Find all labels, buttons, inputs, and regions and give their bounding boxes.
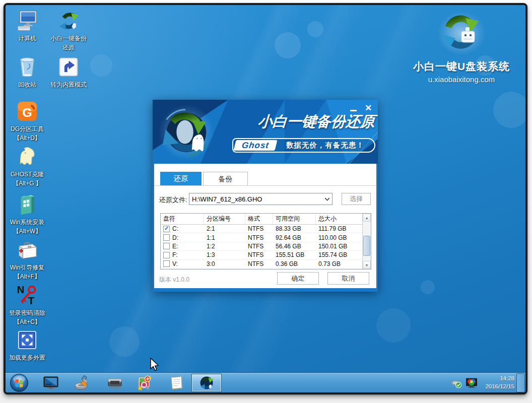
display-color-icon[interactable]	[466, 377, 478, 388]
row-checkbox[interactable]	[163, 226, 170, 232]
partition-table: 盘符 分区编号 格式 可用空间 总大小 C: 2:1 NTFS 88.33 GB…	[160, 213, 371, 270]
password-clear-icon: NT	[16, 284, 39, 307]
computer-icon	[16, 9, 39, 32]
internal-mode-icon	[57, 55, 80, 79]
tab-restore[interactable]: 还原	[160, 172, 202, 186]
ok-button[interactable]: 确定	[277, 272, 319, 285]
row-checkbox[interactable]	[163, 234, 170, 241]
ghost-badge: Ghost 数据无价，有备无患！	[232, 138, 375, 153]
taskbar-disk-cleanup-icon[interactable]	[74, 375, 90, 391]
desktop-icon-backup-restore[interactable]: 小白一键备份 还原	[47, 9, 90, 52]
row-checkbox[interactable]	[163, 252, 170, 258]
col-total: 总大小	[316, 214, 362, 224]
desktop-icon-label: DG分区工具 【Alt+D】	[11, 124, 44, 143]
taskbar-notepad-icon[interactable]	[169, 375, 185, 391]
taskbar-memory-icon[interactable]	[107, 375, 123, 391]
close-button[interactable]: ✕	[364, 104, 373, 113]
svg-text:N: N	[17, 284, 25, 295]
table-row[interactable]: V: 3:0 NTFS 0.36 GB 0.73 GB	[161, 260, 362, 268]
dialog-logo-icon	[157, 102, 216, 161]
scroll-up-icon[interactable]: ▲	[363, 214, 371, 222]
scroll-down-icon[interactable]: ▼	[363, 261, 371, 269]
restore-file-select[interactable]: H:\WIN7_612_x86.GHO	[189, 193, 332, 205]
table-row[interactable]: C: 2:1 NTFS 88.33 GB 111.79 GB	[161, 225, 362, 233]
desktop-icon-label: 回收站	[18, 80, 36, 89]
version-label: 版本 v1.0.0	[159, 276, 189, 284]
table-scrollbar[interactable]: ▲ ▼	[362, 214, 371, 269]
boot-repair-icon	[16, 238, 39, 261]
desktop-icon-win-install[interactable]: Win系统安装 【Alt+W】	[6, 193, 49, 236]
svg-text:T: T	[28, 295, 35, 306]
scrollbar-thumb[interactable]	[363, 236, 370, 256]
dialog-body: 还原 备份 还原文件: H:\WIN7_612_x86.GHO 选择 盘符 分区…	[154, 164, 376, 288]
desktop-icon-boot-repair[interactable]: Win引导修复 【Alt+F】	[6, 238, 49, 281]
desktop-icon-label: 登录密码清除 【Alt+C】	[9, 308, 45, 326]
dg-partition-icon: G	[16, 100, 39, 123]
dialog-title: 小白一键备份还原	[255, 112, 378, 132]
brand-title: 小白一键U盘装系统	[405, 59, 518, 74]
desktop-icon-ghost-clone[interactable]: GHOST克隆 【Alt+G 】	[6, 145, 49, 188]
table-header-row: 盘符 分区编号 格式 可用空间 总大小	[161, 214, 362, 225]
desktop-screen: 计算机 小白一键备份 还原 回收站 转为内置模式 G DG分区工具 【Alt+D…	[4, 3, 527, 394]
ghost-brand-chip: Ghost	[233, 140, 277, 151]
recycle-bin-icon	[16, 55, 39, 79]
chevron-down-icon[interactable]	[322, 196, 332, 202]
col-format: 格式	[245, 214, 273, 224]
system-tray: 14:28 2016/12/15	[451, 373, 514, 393]
table-row[interactable]: F: 1:3 NTFS 155.51 GB 155.74 GB	[161, 251, 362, 259]
table-row[interactable]: E: 1:2 NTFS 56.46 GB 150.01 GB	[161, 242, 362, 251]
brand-logo-icon	[436, 10, 487, 56]
desktop-icon-label: 计算机	[18, 34, 36, 43]
tab-divider	[154, 185, 376, 186]
svg-text:G: G	[22, 106, 32, 119]
desktop-icon-label: 加载更多外置	[9, 353, 45, 362]
clock[interactable]: 14:28 2016/12/15	[481, 375, 514, 390]
desktop-icon-password-clear[interactable]: NT 登录密码清除 【Alt+C】	[6, 284, 49, 326]
restore-file-label: 还原文件:	[159, 195, 187, 205]
col-partition: 分区编号	[204, 214, 245, 224]
backup-restore-dialog: 小白一键备份还原 Ghost 数据无价，有备无患！ ✕ 还原 备份 还原文件: …	[153, 100, 378, 292]
taskbar-backup-app-icon	[199, 375, 214, 390]
usb-safely-remove-icon[interactable]	[451, 377, 462, 388]
choose-file-button[interactable]: 选择	[342, 193, 371, 205]
restore-file-value: H:\WIN7_612_x86.GHO	[189, 195, 322, 203]
desktop-icon-dg-partition[interactable]: G DG分区工具 【Alt+D】	[6, 100, 49, 143]
desktop-icon-label: Win系统安装 【Alt+W】	[10, 218, 45, 236]
show-desktop-button[interactable]	[516, 373, 525, 392]
load-more-icon	[16, 328, 39, 352]
ghost-clone-icon	[16, 145, 39, 168]
desktop-icon-recycle-bin[interactable]: 回收站	[6, 55, 49, 89]
backup-restore-icon	[57, 9, 80, 32]
dialog-header: 小白一键备份还原 Ghost 数据无价，有备无患！ ✕	[153, 100, 378, 164]
start-button[interactable]	[10, 373, 29, 392]
clock-time: 14:28	[481, 375, 514, 383]
brand-panel: 小白一键U盘装系统 u.xiaobaixitong.com	[405, 10, 518, 84]
desktop-icon-internal-mode[interactable]: 转为内置模式	[47, 55, 90, 89]
win-install-icon	[16, 193, 39, 216]
table-row[interactable]: D: 1:1 NTFS 92.64 GB 110.00 GB	[161, 233, 362, 242]
desktop-icon-label: Win引导修复 【Alt+F】	[10, 263, 45, 281]
desktop-icon-label: 小白一键备份 还原	[50, 34, 87, 52]
taskbar-imaging-tool-icon[interactable]	[137, 375, 153, 391]
desktop-icon-computer[interactable]: 计算机	[6, 9, 49, 43]
col-drive: 盘符	[161, 214, 204, 224]
row-checkbox[interactable]	[163, 243, 170, 249]
desktop-icon-load-more[interactable]: 加载更多外置	[6, 328, 49, 362]
taskbar-active-app-button[interactable]	[191, 374, 222, 392]
brand-url: u.xiaobaixitong.com	[405, 75, 518, 84]
clock-date: 2016/12/15	[481, 383, 514, 391]
ghost-brand-text: Ghost	[241, 141, 270, 151]
taskbar-display-icon[interactable]	[43, 375, 59, 391]
tab-backup[interactable]: 备份	[203, 172, 248, 186]
cancel-button[interactable]: 取消	[327, 272, 369, 285]
desktop-icon-label: 转为内置模式	[50, 80, 87, 89]
taskbar: 14:28 2016/12/15	[6, 372, 525, 392]
col-free: 可用空间	[273, 214, 316, 224]
ghost-slogan: 数据无价，有备无患！	[276, 141, 374, 150]
minimize-button[interactable]	[349, 104, 358, 113]
desktop-icon-label: GHOST克隆 【Alt+G 】	[11, 170, 44, 188]
row-checkbox[interactable]	[163, 260, 170, 267]
